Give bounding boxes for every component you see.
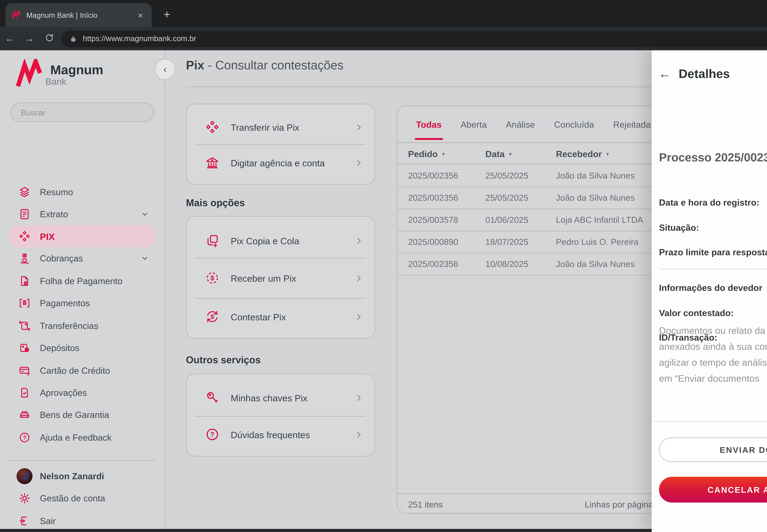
tab-todas[interactable]: Todas (416, 106, 442, 142)
window-bottom-edge (0, 529, 652, 532)
panel-title: Detalhes (679, 67, 767, 81)
credit-card-icon (18, 364, 31, 377)
chevron-right-icon (354, 122, 363, 132)
action-label: Digitar agência e conta (231, 157, 354, 168)
cell-pedido: 2025/002356 (408, 253, 458, 275)
reload-icon[interactable] (39, 33, 59, 44)
panel-divider (652, 421, 767, 422)
sidebar-item-label: Resumo (40, 187, 156, 197)
sidebar-item-extrato[interactable]: Extrato (9, 203, 156, 225)
chevron-right-icon (354, 430, 363, 439)
sidebar-collapse-button[interactable]: ‹ (155, 59, 175, 80)
action-receber-um-pix[interactable]: $ Receber um Pix (187, 258, 374, 298)
chevron-down-icon (141, 210, 149, 218)
search-input[interactable] (10, 102, 154, 122)
sidebar-item-bens-de-garantia[interactable]: Bens de Garantia (9, 404, 156, 426)
field-label: Situação: (659, 223, 767, 233)
sidebar-item-resumo[interactable]: Resumo (9, 181, 156, 203)
cell-data: 18/07/2025 (485, 231, 528, 253)
action-transferir-via-pix[interactable]: Transferir via Pix (187, 107, 374, 147)
enviar-documentos-button[interactable]: ENVIAR DOCUMENTOS (659, 438, 767, 462)
action-minhas-chaves-pix[interactable]: Minhas chaves Pix (187, 377, 374, 418)
panel-back-icon[interactable]: ← (658, 66, 677, 81)
chevron-right-icon (354, 158, 363, 167)
sidebar-item-gestao-de-conta[interactable]: Gestão de conta (9, 487, 156, 509)
rows-per-page-label[interactable]: Linhas por página (585, 494, 653, 514)
gear-icon (18, 492, 31, 504)
details-panel: ← Detalhes × Processo 2025/002356 Data e… (652, 50, 767, 532)
cell-recebedor: João da Silva Nunes (556, 253, 635, 275)
sidebar-item-label: Transferências (40, 321, 156, 331)
field-label: Valor contestado: (659, 308, 767, 318)
statement-icon (18, 208, 31, 220)
documents-note: Documentos ou relato da fraude não foram… (659, 323, 767, 387)
svg-text:$: $ (210, 274, 214, 282)
field-row: Data e hora do registro: 16/08/2025,12:1… (659, 196, 767, 209)
field-label: Data e hora do registro: (659, 198, 767, 207)
brand-zigzag-icon (13, 59, 45, 87)
process-number: Processo 2025/002356 (659, 151, 767, 164)
sidebar-item-pix[interactable]: PIX (9, 225, 156, 247)
main-content: Pix - Consultar contestações Transferir … (166, 50, 724, 532)
back-icon[interactable]: ← (0, 33, 20, 44)
user-avatar (17, 468, 33, 484)
tab-concluida[interactable]: Concluída (554, 106, 594, 142)
field-row: Valor contestado: R$ 10.000,00 (659, 307, 767, 319)
pix-icon (205, 120, 220, 134)
cancelar-agendamento-button[interactable]: CANCELAR AGENDAMENDO (659, 477, 767, 503)
page-title-rest: - Consultar contestações (204, 58, 343, 72)
transfer-icon (18, 320, 31, 332)
cell-data: 01/06/2025 (485, 209, 528, 231)
billing-icon (18, 252, 31, 264)
cell-pedido: 2025/002356 (408, 164, 458, 187)
tab-close-icon[interactable]: × (135, 10, 145, 20)
cell-pedido: 2025/002356 (408, 187, 458, 209)
chevron-down-icon (141, 254, 149, 263)
brand-favicon-icon (12, 10, 21, 20)
copy-plus-icon (205, 233, 220, 248)
svg-text:?: ? (210, 431, 214, 438)
sidebar-item-aprovacoes[interactable]: Aprovações (9, 382, 156, 404)
sidebar-item-label: Cartão de Crédito (40, 366, 156, 376)
sidebar-item-pagamentos[interactable]: Pagamentos (9, 292, 156, 314)
sort-icon: ▾ (442, 151, 445, 157)
tab-analise[interactable]: Análise (506, 106, 535, 142)
action-pix-copia-e-cola[interactable]: Pix Copia e Cola (187, 220, 374, 261)
sidebar-item-sair[interactable]: Sair (9, 510, 156, 532)
action-digitar-agencia-e-conta[interactable]: Digitar agência e conta (187, 142, 374, 183)
items-count: 251 itens (408, 494, 443, 514)
column-header-recebedor[interactable]: Recebedor▾ (556, 143, 609, 164)
panel-divider (659, 269, 767, 269)
action-duvidas-frequentes[interactable]: ? Dúvidas frequentes (187, 414, 374, 455)
sidebar-item-folha-de-pagamento[interactable]: Folha de Pagamento (9, 270, 156, 292)
sidebar-item-label: Sair (40, 516, 156, 526)
sidebar-item-cobrancas[interactable]: Cobranças (9, 247, 156, 269)
column-header-data[interactable]: Data▾ (485, 143, 512, 164)
brand-name: Magnum (50, 64, 103, 76)
column-header-pedido[interactable]: Pedido▾ (408, 143, 445, 164)
url-text: https://www.magnumbank.com.br (83, 34, 196, 43)
forward-icon[interactable]: → (20, 33, 39, 44)
cell-recebedor: João da Silva Nunes (556, 164, 635, 187)
sidebar-item-cartao-de-credito[interactable]: Cartão de Crédito (9, 360, 156, 382)
new-tab-button[interactable]: + (158, 6, 175, 23)
cell-recebedor: Loja ABC Infantil LTDA (556, 209, 643, 231)
more-options-card: Pix Copia e Cola $ Receber um Pix $ Cont… (186, 216, 375, 339)
sidebar-item-depositos[interactable]: Depósitos (9, 337, 156, 359)
browser-tab[interactable]: Magnum Bank | Início × (6, 3, 152, 27)
section-title-mais-opcoes: Mais opções (186, 198, 245, 209)
chevron-right-icon (354, 273, 363, 283)
browser-toolbar: ← → https://www.magnumbank.com.br L ⋮ (0, 27, 767, 50)
sidebar-item-label: Aprovações (40, 388, 156, 398)
sidebar-user[interactable]: Nelson Zanardi (9, 465, 156, 487)
tab-rejeitada[interactable]: Rejeitada (613, 106, 651, 142)
tab-aberta[interactable]: Aberta (461, 106, 487, 142)
tab-title: Magnum Bank | Início (26, 11, 135, 19)
action-contestar-pix[interactable]: $ Contestar Pix (187, 296, 374, 337)
sidebar-item-ajuda-e-feedback[interactable]: ? Ajuda e Feedback (9, 426, 156, 449)
url-bar[interactable]: https://www.magnumbank.com.br (61, 30, 767, 47)
sidebar-item-transferencias[interactable]: Transferências (9, 315, 156, 337)
page-title: Pix - Consultar contestações (186, 58, 343, 72)
chevron-right-icon (354, 312, 363, 321)
bank-icon (205, 155, 220, 170)
